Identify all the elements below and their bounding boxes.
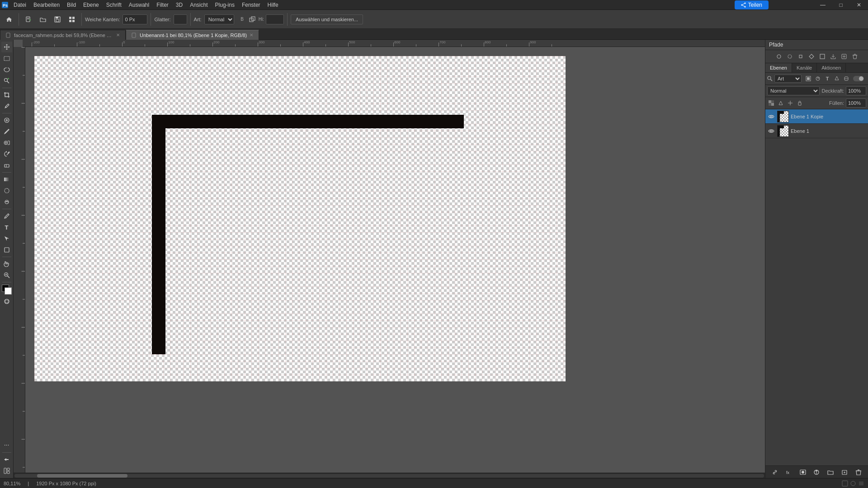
tool-brush[interactable] bbox=[1, 126, 12, 137]
paths-anchor-btn[interactable] bbox=[796, 52, 805, 61]
tool-eyedropper[interactable] bbox=[1, 101, 12, 112]
tool-heal[interactable] bbox=[1, 115, 12, 126]
paths-diamond-btn[interactable] bbox=[807, 52, 816, 61]
tool-history-brush[interactable] bbox=[1, 149, 12, 160]
menu-schrift[interactable]: Schrift bbox=[103, 1, 125, 9]
tool-quick-mask[interactable] bbox=[2, 297, 11, 306]
layer-filter-toggle[interactable] bbox=[853, 76, 864, 81]
menu-hilfe[interactable]: Hilfe bbox=[264, 1, 282, 9]
tool-layout[interactable] bbox=[1, 465, 12, 476]
menu-filter[interactable]: Filter bbox=[153, 1, 172, 9]
tool-path-select[interactable] bbox=[1, 233, 12, 244]
subtab-ebenen[interactable]: Ebenen bbox=[765, 63, 792, 72]
save-button[interactable] bbox=[51, 13, 64, 26]
menu-bearbeiten[interactable]: Bearbeiten bbox=[30, 1, 63, 9]
layer-visibility-1[interactable] bbox=[767, 127, 775, 135]
add-adjustment-btn[interactable] bbox=[812, 468, 821, 477]
link-layers-btn[interactable] bbox=[770, 468, 779, 477]
subtab-kanaele[interactable]: Kanäle bbox=[792, 63, 817, 72]
menu-ansicht[interactable]: Ansicht bbox=[186, 1, 211, 9]
layer-item-1[interactable]: Ebene 1 bbox=[765, 124, 868, 138]
add-group-btn[interactable] bbox=[826, 468, 835, 477]
lock-image-btn[interactable] bbox=[777, 99, 785, 107]
tab-close-1[interactable]: ✕ bbox=[116, 33, 120, 38]
svg-rect-72 bbox=[798, 103, 801, 105]
blend-mode-select[interactable]: Normal bbox=[767, 86, 820, 95]
scrollbar-horizontal[interactable] bbox=[14, 473, 765, 478]
add-style-btn[interactable]: fx bbox=[784, 468, 793, 477]
layer-filter-smart[interactable] bbox=[842, 75, 850, 83]
layer-visibility-kopie[interactable] bbox=[767, 113, 775, 121]
canvas-area[interactable] bbox=[25, 47, 765, 473]
paths-rect-btn[interactable] bbox=[818, 52, 827, 61]
tool-select-rect[interactable] bbox=[1, 53, 12, 64]
select-and-mask-button[interactable]: Auswählen und maskieren... bbox=[291, 14, 363, 24]
tab-unbenannt[interactable]: Unbenannt-1 bei 80,1% (Ebene 1 Kopie, RG… bbox=[126, 30, 259, 40]
layer-filter-adjust[interactable] bbox=[814, 75, 822, 83]
close-button[interactable]: ✕ bbox=[850, 0, 868, 10]
new-document-button[interactable] bbox=[22, 13, 35, 26]
tool-blur[interactable] bbox=[1, 185, 12, 196]
lock-transparent-btn[interactable] bbox=[767, 99, 775, 107]
minimize-button[interactable]: — bbox=[814, 0, 832, 10]
menu-fenster[interactable]: Fenster bbox=[238, 1, 264, 9]
glatter-input[interactable] bbox=[174, 14, 187, 24]
tool-gradient[interactable] bbox=[1, 174, 12, 185]
menu-ebene[interactable]: Ebene bbox=[80, 1, 103, 9]
paths-dotted-circle-btn[interactable] bbox=[785, 52, 794, 61]
home-button[interactable] bbox=[3, 13, 15, 26]
paths-load-btn[interactable] bbox=[829, 52, 838, 61]
fuellen-input[interactable] bbox=[846, 99, 866, 108]
svg-point-45 bbox=[5, 299, 9, 304]
paths-circle-btn[interactable] bbox=[774, 52, 783, 61]
tool-text[interactable]: T bbox=[1, 222, 12, 233]
svg-text:fx: fx bbox=[786, 470, 790, 475]
art-select[interactable]: Normal bbox=[204, 14, 234, 24]
tool-extras[interactable]: ··· bbox=[1, 439, 12, 450]
tool-move[interactable] bbox=[1, 42, 12, 52]
weiche-kanten-input[interactable] bbox=[123, 14, 147, 24]
subtab-aktionen[interactable]: Aktionen bbox=[817, 63, 846, 72]
paths-delete-btn[interactable] bbox=[850, 52, 859, 61]
hi-input[interactable] bbox=[266, 14, 284, 24]
channel-b-button[interactable]: B bbox=[238, 15, 247, 24]
layer-filter-pixel[interactable] bbox=[804, 75, 812, 83]
layer-filter-shape[interactable] bbox=[833, 75, 841, 83]
layer-search-select[interactable]: Art bbox=[774, 75, 802, 83]
layer-filter-text[interactable]: T bbox=[823, 75, 831, 83]
deckkraft-input[interactable] bbox=[846, 86, 866, 95]
tool-quick-select[interactable] bbox=[1, 75, 12, 86]
tool-arrow-in[interactable] bbox=[1, 454, 12, 465]
tool-zoom[interactable] bbox=[1, 270, 12, 281]
menu-datei[interactable]: Datei bbox=[10, 1, 30, 9]
menu-plugins[interactable]: Plug-ins bbox=[212, 1, 238, 9]
menu-3d[interactable]: 3D bbox=[172, 1, 186, 9]
menu-auswahl[interactable]: Auswahl bbox=[125, 1, 153, 9]
add-mask-btn[interactable] bbox=[798, 468, 807, 477]
tool-crop[interactable] bbox=[1, 89, 12, 100]
share-button[interactable]: Teilen bbox=[735, 0, 769, 9]
tool-eraser[interactable] bbox=[1, 160, 12, 171]
tool-pen[interactable] bbox=[1, 211, 12, 221]
add-layer-btn[interactable] bbox=[840, 468, 849, 477]
delete-layer-btn[interactable] bbox=[854, 468, 863, 477]
tool-hand[interactable] bbox=[1, 258, 12, 269]
maximize-button[interactable]: □ bbox=[832, 0, 850, 10]
tab-close-2[interactable]: ✕ bbox=[250, 33, 253, 38]
tool-clone[interactable] bbox=[1, 137, 12, 148]
lock-all-btn[interactable] bbox=[796, 99, 804, 107]
paths-add-btn[interactable] bbox=[840, 52, 849, 61]
layer-item-kopie[interactable]: Ebene 1 Kopie bbox=[765, 109, 868, 124]
tab-facecam[interactable]: facecam_rahmen.psdc bei 59,8% (Ebene 7, … bbox=[0, 30, 126, 40]
tool-shape[interactable] bbox=[1, 244, 12, 255]
foreground-color[interactable] bbox=[2, 285, 12, 295]
tool-dodge[interactable] bbox=[1, 197, 12, 207]
svg-line-42 bbox=[7, 276, 9, 278]
menu-bild[interactable]: Bild bbox=[63, 1, 80, 9]
extra-options-button[interactable] bbox=[66, 13, 78, 26]
svg-line-5 bbox=[742, 3, 745, 5]
open-document-button[interactable] bbox=[37, 13, 49, 26]
tool-lasso[interactable] bbox=[1, 64, 12, 75]
lock-artboard-btn[interactable] bbox=[786, 99, 794, 107]
intersect-button[interactable] bbox=[248, 15, 257, 24]
